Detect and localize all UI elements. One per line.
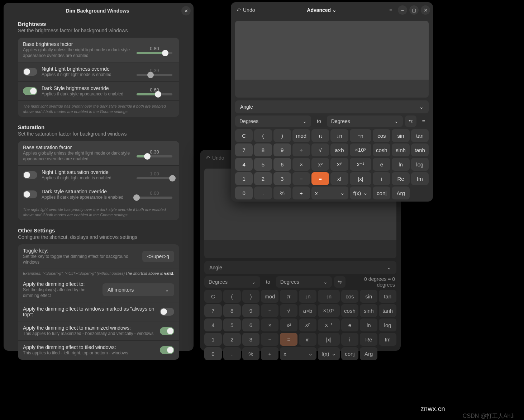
key-i[interactable]: i	[373, 172, 390, 185]
key-10[interactable]: ×10ʸ	[350, 143, 372, 156]
monitors-select[interactable]: All monitors ⌄	[103, 283, 174, 296]
key-n[interactable]: ↑n	[318, 290, 340, 303]
key-[interactable]: √	[280, 304, 297, 317]
swap-button[interactable]: ⇆	[405, 115, 416, 127]
key-5[interactable]: 5	[223, 318, 241, 331]
dark-saturation-toggle[interactable]	[23, 190, 37, 198]
always-on-top-toggle[interactable]	[160, 308, 174, 316]
key-9[interactable]: 9	[273, 143, 291, 156]
key-[interactable]: +	[261, 347, 278, 360]
key-conj[interactable]: conj	[373, 187, 390, 199]
key-x[interactable]: xʸ	[299, 318, 316, 331]
key-e[interactable]: e	[373, 158, 390, 171]
key-tanh[interactable]: tanh	[411, 143, 429, 156]
key-ln[interactable]: ln	[392, 158, 409, 171]
minimize-icon[interactable]: –	[398, 5, 407, 15]
key-x-dropdown[interactable]: x⌄	[280, 347, 316, 360]
key-cos[interactable]: cos	[373, 129, 390, 142]
key-n[interactable]: ↓n	[299, 290, 316, 303]
dark-saturation-slider[interactable]	[137, 197, 172, 199]
base-brightness-slider[interactable]	[137, 52, 172, 54]
maximized-toggle[interactable]	[160, 327, 174, 335]
key-tan[interactable]: tan	[379, 290, 396, 303]
night-saturation-toggle[interactable]	[23, 171, 37, 179]
key-ab[interactable]: a×b	[330, 143, 348, 156]
key-conj[interactable]: conj	[341, 347, 359, 360]
key-x[interactable]: x⁻¹	[318, 318, 340, 331]
angle-section[interactable]: Angle ⌄	[235, 100, 429, 113]
angle-section-back[interactable]: Angle ⌄	[204, 261, 396, 274]
key-c[interactable]: C	[235, 129, 253, 142]
key-10[interactable]: ×10ʸ	[318, 304, 340, 317]
key-x[interactable]: x!	[299, 333, 316, 346]
key-2[interactable]: 2	[223, 333, 241, 346]
key-[interactable]: )	[242, 290, 260, 303]
key-[interactable]: π	[280, 290, 297, 303]
key-6[interactable]: 6	[273, 158, 291, 171]
key-8[interactable]: 8	[223, 304, 241, 317]
key-6[interactable]: 6	[242, 318, 260, 331]
key-[interactable]: .	[223, 347, 241, 360]
key-[interactable]: ÷	[261, 304, 278, 317]
angle-from-select[interactable]: Degrees⌄	[235, 115, 311, 127]
key-0[interactable]: 0	[235, 187, 253, 199]
key-fx-dropdown[interactable]: f(x)⌄	[318, 347, 340, 360]
key-x-dropdown[interactable]: x⌄	[311, 187, 348, 199]
key-re[interactable]: Re	[392, 172, 409, 185]
key-[interactable]: +	[292, 187, 310, 199]
key-log[interactable]: log	[411, 158, 429, 171]
key-x[interactable]: x²	[311, 158, 329, 171]
key-1[interactable]: 1	[204, 333, 222, 346]
key-4[interactable]: 4	[204, 318, 222, 331]
angle-to-select[interactable]: Degrees⌄	[327, 115, 403, 127]
key-x[interactable]: |x|	[350, 172, 372, 185]
key-[interactable]: ÷	[292, 143, 310, 156]
key-ab[interactable]: a×b	[299, 304, 316, 317]
key-sinh[interactable]: sinh	[392, 143, 409, 156]
night-brightness-slider[interactable]	[137, 74, 172, 76]
key-mod[interactable]: mod	[261, 290, 278, 303]
key-c[interactable]: C	[204, 290, 222, 303]
undo-button-back[interactable]: ↶ Undo	[203, 154, 227, 162]
swap-button-back[interactable]: ⇆	[334, 276, 346, 288]
calc-display[interactable]	[235, 21, 429, 80]
key-3[interactable]: 3	[273, 172, 291, 185]
key-[interactable]: %	[242, 347, 260, 360]
key-x[interactable]: x²	[280, 318, 297, 331]
key-3[interactable]: 3	[242, 333, 260, 346]
key-[interactable]: ×	[261, 318, 278, 331]
key-re[interactable]: Re	[360, 333, 377, 346]
key-x[interactable]: xʸ	[330, 158, 348, 171]
key-2[interactable]: 2	[254, 172, 272, 185]
close-icon[interactable]: ✕	[421, 5, 430, 15]
key-mod[interactable]: mod	[292, 129, 310, 142]
key-4[interactable]: 4	[235, 158, 253, 171]
hamburger-menu-icon[interactable]: ≡	[386, 5, 396, 15]
base-saturation-slider[interactable]	[137, 155, 172, 157]
key-[interactable]: √	[311, 143, 329, 156]
dark-brightness-toggle[interactable]	[23, 87, 37, 95]
key-e[interactable]: e	[341, 318, 359, 331]
key-n[interactable]: ↑n	[350, 129, 372, 142]
key-x[interactable]: x⁻¹	[350, 158, 372, 171]
key-im[interactable]: Im	[411, 172, 429, 185]
key-equals[interactable]: =	[280, 333, 297, 346]
key-equals[interactable]: =	[311, 172, 329, 185]
key-arg[interactable]: Arg	[360, 347, 377, 360]
key-cosh[interactable]: cosh	[341, 304, 359, 317]
key-0[interactable]: 0	[204, 347, 222, 360]
key-cos[interactable]: cos	[341, 290, 359, 303]
mode-selector[interactable]: Advanced ⌄	[258, 7, 386, 13]
key-[interactable]: ×	[292, 158, 310, 171]
key-8[interactable]: 8	[254, 143, 272, 156]
key-[interactable]: π	[311, 129, 329, 142]
key-7[interactable]: 7	[235, 143, 253, 156]
key-x[interactable]: x!	[330, 172, 348, 185]
maximize-icon[interactable]: ▢	[409, 5, 419, 15]
key-tanh[interactable]: tanh	[379, 304, 396, 317]
night-saturation-slider[interactable]	[137, 177, 172, 179]
key-9[interactable]: 9	[242, 304, 260, 317]
dark-brightness-slider[interactable]	[137, 93, 172, 95]
night-brightness-toggle[interactable]	[23, 68, 37, 76]
key-7[interactable]: 7	[204, 304, 222, 317]
